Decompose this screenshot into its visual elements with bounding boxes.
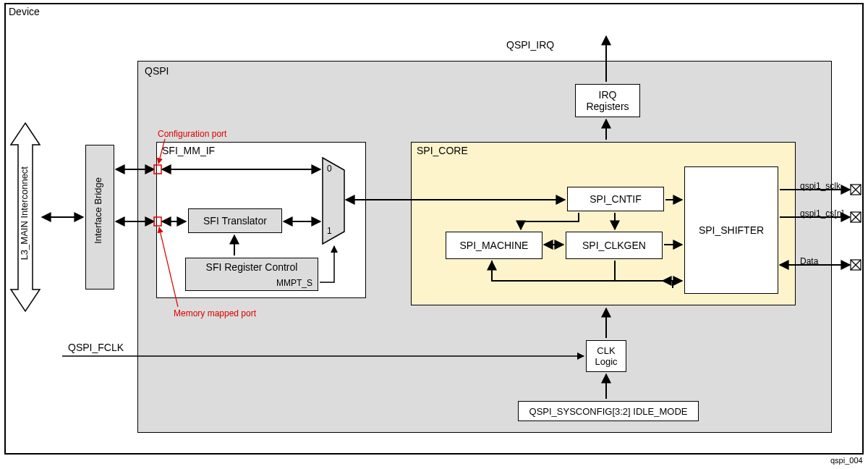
sig-data-label: Data — [800, 256, 818, 266]
spi-clkgen-label: SPI_CLKGEN — [582, 240, 646, 251]
mux-label-1: 1 — [327, 226, 332, 236]
qspi-irq-label: QSPI_IRQ — [506, 39, 554, 51]
spi-cntif: SPI_CNTIF — [567, 187, 664, 211]
irq-registers-label: IRQ Registers — [586, 89, 629, 112]
qspi-fclk-label: QSPI_FCLK — [68, 342, 124, 353]
l3-interconnect-label: L3_MAIN Interconnect — [19, 166, 30, 260]
figure-ref: qspi_004 — [830, 456, 863, 465]
spi-machine-label: SPI_MACHINE — [460, 240, 529, 251]
spi-clkgen: SPI_CLKGEN — [566, 232, 663, 259]
qspi-sysconfig: QSPI_SYSCONFIG[3:2] IDLE_MODE — [518, 401, 699, 421]
sfi-register-control-label: SFI Register Control — [206, 261, 298, 273]
interface-bridge-label: Interface Bridge — [93, 177, 103, 244]
memory-mapped-port-label: Memory mapped port — [174, 308, 256, 318]
spi-cntif-label: SPI_CNTIF — [590, 193, 642, 205]
clk-logic: CLK Logic — [586, 340, 626, 372]
device-label: Device — [9, 6, 40, 17]
mmpt-s-label: MMPT_S — [276, 278, 312, 288]
sfi-mm-if-label: SFI_MM_IF — [162, 145, 215, 156]
qspi-sysconfig-label: QSPI_SYSCONFIG[3:2] IDLE_MODE — [529, 406, 688, 417]
configuration-port-label: Configuration port — [158, 129, 226, 139]
sfi-translator-label: SFI Translator — [203, 215, 267, 227]
diagram-canvas: Device QSPI L3_MAIN Interconnect Interfa… — [0, 0, 868, 469]
spi-shifter: SPI_SHIFTER — [684, 166, 778, 294]
sfi-translator: SFI Translator — [188, 208, 282, 233]
sig-sclk-label: qspi1_sclk — [800, 181, 841, 191]
mux-label-0: 0 — [327, 164, 332, 174]
spi-shifter-label: SPI_SHIFTER — [699, 224, 764, 236]
qspi-label: QSPI — [145, 65, 169, 77]
spi-core-label: SPI_CORE — [417, 145, 468, 156]
sig-csn-label: qspi1_cs[n] — [800, 208, 844, 219]
clk-logic-label: CLK Logic — [595, 345, 617, 367]
spi-machine: SPI_MACHINE — [446, 232, 542, 259]
irq-registers: IRQ Registers — [575, 84, 640, 117]
